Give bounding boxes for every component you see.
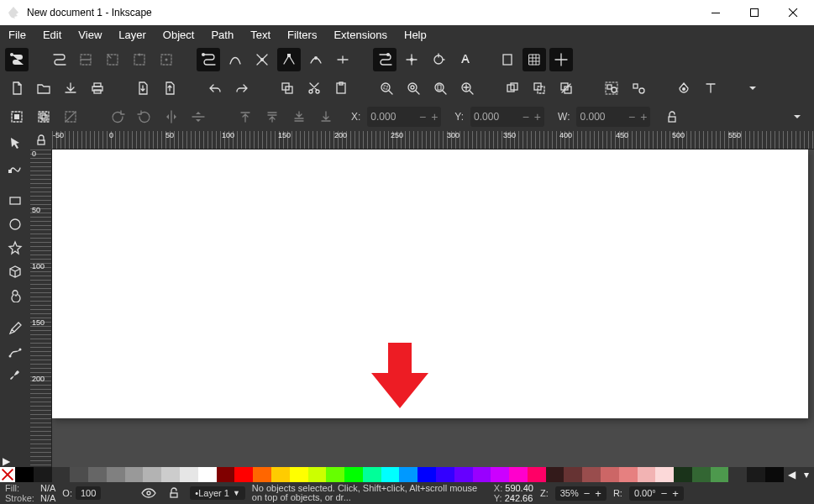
color-swatch[interactable] xyxy=(344,467,363,482)
color-swatch[interactable] xyxy=(692,467,711,482)
color-swatch[interactable] xyxy=(308,467,327,482)
fill-value[interactable]: N/A xyxy=(40,483,55,493)
color-swatch[interactable] xyxy=(143,467,161,482)
color-swatch[interactable] xyxy=(52,467,71,482)
snap-page-border-button[interactable] xyxy=(496,48,519,71)
color-swatch[interactable] xyxy=(564,467,582,482)
fill-stroke-dialog-button[interactable] xyxy=(672,76,696,100)
menu-object[interactable]: Object xyxy=(155,25,203,45)
snap-toggle-button[interactable] xyxy=(5,48,29,71)
new-document-button[interactable] xyxy=(5,76,29,100)
color-swatch[interactable] xyxy=(88,467,107,482)
color-swatch[interactable] xyxy=(765,467,784,482)
palette-menu[interactable]: ▾ xyxy=(799,467,814,482)
snap-guide-button[interactable] xyxy=(549,48,573,71)
snap-bbox-center-button[interactable] xyxy=(155,48,178,71)
color-swatch[interactable] xyxy=(473,467,491,482)
lower-bottom-button[interactable] xyxy=(314,105,338,129)
flip-horizontal-button[interactable] xyxy=(160,105,183,129)
menu-file[interactable]: File xyxy=(0,25,34,45)
color-swatch[interactable] xyxy=(234,467,253,482)
color-swatch[interactable] xyxy=(363,467,381,482)
lower-button[interactable] xyxy=(287,105,311,129)
y-field[interactable]: 0.000 −+ xyxy=(470,107,544,127)
color-swatch[interactable] xyxy=(217,467,235,482)
menu-layer[interactable]: Layer xyxy=(110,25,155,45)
redo-button[interactable] xyxy=(230,76,254,100)
w-decrement[interactable]: − xyxy=(628,111,635,123)
select-all-layers-button[interactable] xyxy=(32,105,55,129)
color-swatch[interactable] xyxy=(326,467,344,482)
node-tool[interactable] xyxy=(3,156,28,178)
deselect-button[interactable] xyxy=(59,105,82,129)
snap-bbox-button[interactable] xyxy=(47,48,71,71)
clone-button[interactable] xyxy=(528,76,551,100)
x-field[interactable]: 0.000 −+ xyxy=(367,107,441,127)
ellipse-tool[interactable] xyxy=(3,213,28,235)
pencil-tool[interactable] xyxy=(3,318,28,339)
window-minimize-button[interactable] xyxy=(696,0,735,25)
zoom-drawing-button[interactable] xyxy=(402,76,425,100)
snap-text-baseline-button[interactable] xyxy=(454,48,477,71)
cut-button[interactable] xyxy=(302,76,326,100)
color-swatch[interactable] xyxy=(454,467,473,482)
selector-tool[interactable] xyxy=(3,133,28,155)
snap-grid-button[interactable] xyxy=(523,48,546,71)
color-swatch[interactable] xyxy=(655,467,674,482)
menu-text[interactable]: Text xyxy=(242,25,279,45)
group-button[interactable] xyxy=(600,76,623,100)
unlink-clone-button[interactable] xyxy=(554,76,578,100)
rotation-dec-button[interactable]: − xyxy=(661,488,668,499)
snap-smooth-node-button[interactable] xyxy=(304,48,328,71)
color-swatch[interactable] xyxy=(70,467,88,482)
rotation-control[interactable]: 0.00° − + xyxy=(629,486,684,501)
color-swatch[interactable] xyxy=(546,467,565,482)
raise-top-button[interactable] xyxy=(234,105,257,129)
copy-button[interactable] xyxy=(276,76,299,100)
open-document-button[interactable] xyxy=(32,76,55,100)
layer-lock-toggle[interactable] xyxy=(165,485,183,501)
export-button[interactable] xyxy=(158,76,181,100)
rotate-cw-button[interactable] xyxy=(133,105,156,129)
duplicate-button[interactable] xyxy=(501,76,524,100)
color-swatch[interactable] xyxy=(509,467,528,482)
y-increment[interactable]: + xyxy=(534,111,541,123)
zoom-in-button[interactable]: + xyxy=(595,488,601,499)
snap-bbox-corner-button[interactable] xyxy=(101,48,124,71)
snap-intersection-button[interactable] xyxy=(250,48,274,71)
palette-scroll-left[interactable]: ◀ xyxy=(784,467,799,482)
color-swatch[interactable] xyxy=(638,467,656,482)
color-swatch[interactable] xyxy=(180,467,198,482)
color-swatch[interactable] xyxy=(253,467,271,482)
menu-path[interactable]: Path xyxy=(202,25,242,45)
layer-visibility-toggle[interactable] xyxy=(139,485,158,501)
select-all-button[interactable] xyxy=(5,105,29,129)
ungroup-button[interactable] xyxy=(627,76,650,100)
more-select-controls-button[interactable] xyxy=(785,105,809,129)
color-swatch[interactable] xyxy=(290,467,308,482)
snap-midpoint-button[interactable] xyxy=(331,48,354,71)
ruler-corner-lock[interactable] xyxy=(30,131,52,150)
paste-button[interactable] xyxy=(329,76,353,100)
calligraphy-tool[interactable] xyxy=(3,365,28,386)
opacity-value[interactable]: 100 xyxy=(76,486,101,500)
y-decrement[interactable]: − xyxy=(523,111,529,123)
zoom-page-button[interactable] xyxy=(428,76,452,100)
x-decrement[interactable]: − xyxy=(419,111,426,123)
snap-rotation-center-button[interactable] xyxy=(427,48,450,71)
color-swatch[interactable] xyxy=(728,467,747,482)
color-swatch[interactable] xyxy=(271,467,290,482)
print-button[interactable] xyxy=(86,76,109,100)
color-swatch[interactable] xyxy=(381,467,400,482)
color-swatch[interactable] xyxy=(601,467,619,482)
zoom-selection-button[interactable] xyxy=(375,76,398,100)
color-swatch[interactable] xyxy=(107,467,125,482)
window-close-button[interactable] xyxy=(774,0,812,25)
menu-help[interactable]: Help xyxy=(396,25,435,45)
color-swatch[interactable] xyxy=(34,467,52,482)
menu-extensions[interactable]: Extensions xyxy=(325,25,396,45)
vertical-ruler[interactable]: 050100150200 xyxy=(30,150,52,467)
rotate-ccw-button[interactable] xyxy=(106,105,129,129)
stroke-value[interactable]: N/A xyxy=(40,493,55,503)
color-swatch[interactable] xyxy=(711,467,729,482)
